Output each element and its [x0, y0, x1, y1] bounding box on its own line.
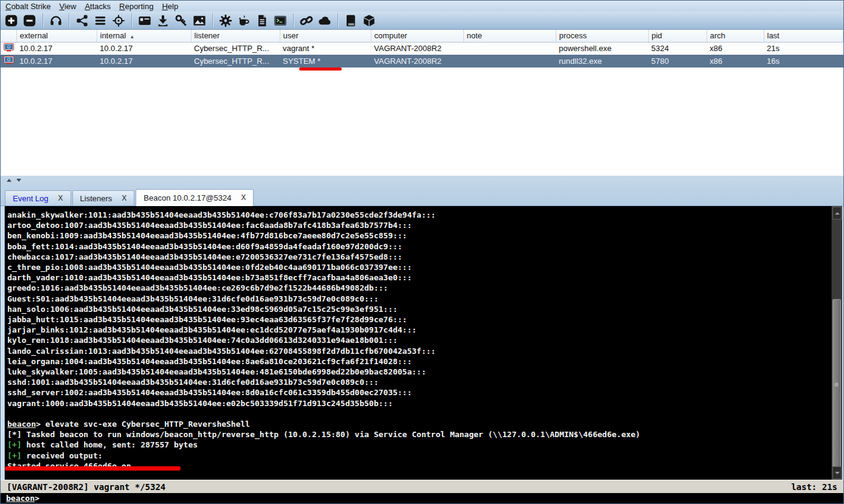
tab-close-icon[interactable]: X: [241, 193, 246, 202]
session-cell-listener: Cybersec_HTTP_R...: [191, 42, 280, 55]
console-scrollbar[interactable]: [831, 206, 842, 480]
scroll-up-button[interactable]: [832, 207, 842, 219]
menu-help[interactable]: Help: [158, 1, 183, 12]
column-header-external[interactable]: external: [16, 30, 97, 42]
script-document-icon[interactable]: [254, 13, 270, 29]
column-header-computer[interactable]: computer: [371, 30, 463, 42]
status-session-info: [VAGRANT-2008R2] vagrant */5324: [7, 482, 165, 492]
tab-close-icon[interactable]: X: [58, 194, 63, 202]
toolbar-separator: [43, 13, 43, 28]
pivot-graph-icon[interactable]: [74, 13, 90, 29]
console-output: anakin_skywalker:1011:aad3b435b51404eeaa…: [4, 206, 831, 480]
console-line: beacon> elevate svc-exe Cybersec_HTTP_Re…: [7, 419, 828, 429]
session-cell-pid: 5780: [648, 55, 707, 67]
session-cell-external: 10.0.2.17: [16, 55, 97, 67]
scrollbar-grip-icon: [834, 382, 839, 387]
scrollbar-thumb[interactable]: [832, 299, 841, 469]
console-line: boba_fett:1014:aad3b435b51404eeaad3b435b…: [7, 241, 828, 252]
tab-bar: Event Log X Listeners X Beacon 10.0.2.17…: [1, 176, 843, 206]
console-line: jarjar_binks:1012:aad3b435b51404eeaad3b4…: [7, 325, 828, 335]
scroll-down-button[interactable]: [832, 466, 842, 479]
gear-icon[interactable]: [218, 13, 233, 29]
terminal-icon[interactable]: [272, 13, 288, 29]
splitter-control[interactable]: [7, 179, 21, 182]
tab-beacon[interactable]: Beacon 10.0.2.17@5324 X: [136, 189, 254, 206]
collapse-up-icon[interactable]: [7, 179, 12, 182]
console-line: anakin_skywalker:1011:aad3b435b51404eeaa…: [7, 210, 828, 220]
menu-attacks[interactable]: Attacks: [81, 1, 116, 12]
console-line: c_three_pio:1008:aad3b435b51404eeaad3b43…: [7, 262, 828, 272]
console-line: [*] Tasked beacon to run windows/beacon_…: [7, 429, 828, 440]
menu-bars-icon[interactable]: [92, 13, 108, 29]
download-icon[interactable]: [155, 13, 171, 29]
link-chain-icon[interactable]: [299, 13, 314, 29]
cobalt-strike-window: Cobalt Strike View Attacks Reporting Hel…: [0, 0, 844, 504]
column-header-user[interactable]: user: [280, 30, 371, 42]
console-line: darth_vader:1010:aad3b435b51404eeaad3b43…: [7, 272, 828, 283]
status-last-checkin: last: 21s: [791, 482, 837, 492]
column-header-listener[interactable]: listener: [191, 30, 280, 42]
toolbar-separator: [212, 13, 213, 28]
column-header-process[interactable]: process: [556, 30, 648, 42]
menu-reporting[interactable]: Reporting: [116, 1, 158, 12]
console-line: sshd:1001:aad3b435b51404eeaad3b435b51404…: [7, 377, 828, 387]
console-line: sshd_server:1002:aad3b435b51404eeaad3b43…: [7, 387, 828, 398]
menu-view[interactable]: View: [55, 1, 81, 12]
column-header-note[interactable]: note: [463, 30, 556, 42]
screenshot-image-icon[interactable]: [192, 13, 207, 29]
annotation-underline-started-service: [5, 466, 181, 471]
console-line: [+] received output:: [7, 450, 828, 461]
column-header-internal[interactable]: internal▲: [97, 30, 191, 42]
host-icon: [1, 55, 16, 67]
tab-listeners[interactable]: Listeners X: [72, 190, 135, 205]
tab-close-icon[interactable]: X: [122, 194, 126, 202]
column-header-arch[interactable]: arch: [707, 30, 764, 42]
tab-label: Listeners: [80, 194, 112, 203]
toolbar-separator: [337, 13, 338, 28]
sort-ascending-icon: ▲: [130, 34, 134, 40]
menu-cobalt-strike[interactable]: Cobalt Strike: [2, 1, 55, 12]
console-line: han_solo:1006:aad3b435b51404eeaad3b435b5…: [7, 304, 828, 314]
menu-bar: Cobalt Strike View Attacks Reporting Hel…: [1, 1, 843, 12]
scroll-down-icon: [835, 472, 840, 474]
console-line: Guest:501:aad3b435b51404eeaad3b435b51404…: [7, 294, 828, 304]
command-input[interactable]: [40, 493, 843, 503]
session-cell-note: [463, 55, 556, 67]
collapse-down-icon[interactable]: [16, 179, 21, 182]
session-row[interactable]: 10.0.2.1710.0.2.17Cybersec_HTTP_R...vagr…: [1, 42, 843, 55]
key-icon[interactable]: [173, 13, 189, 29]
column-header-last[interactable]: last: [764, 30, 843, 42]
console-line: luke_skywalker:1005:aad3b435b51404eeaad3…: [7, 367, 828, 377]
coffee-cup-icon[interactable]: [236, 13, 252, 29]
tab-event-log[interactable]: Event Log X: [5, 190, 71, 205]
sessions-table: externalinternal▲listenerusercomputernot…: [1, 30, 843, 67]
toolbar-separator: [293, 13, 294, 28]
plus-square-icon[interactable]: [4, 13, 19, 29]
book-icon[interactable]: [343, 13, 359, 29]
sessions-panel: externalinternal▲listenerusercomputernot…: [1, 30, 843, 176]
command-input-line[interactable]: beacon>: [1, 493, 843, 503]
session-cell-listener: Cybersec_HTTP_R...: [191, 55, 280, 67]
session-cell-arch: x86: [707, 55, 764, 67]
session-cell-arch: x86: [707, 42, 764, 55]
console-line: chewbacca:1017:aad3b435b51404eeaad3b435b…: [7, 252, 828, 262]
cloud-icon[interactable]: [317, 13, 333, 29]
tab-label: Event Log: [13, 194, 49, 203]
status-bar: [VAGRANT-2008R2] vagrant */5324 last: 21…: [1, 480, 843, 493]
session-cell-note: [463, 42, 556, 55]
session-cell-user: vagrant *: [280, 42, 371, 55]
session-cell-process: powershell.exe: [556, 42, 648, 55]
headphones-icon[interactable]: [48, 13, 64, 29]
toolbar-separator: [69, 13, 69, 28]
target-crosshair-icon[interactable]: [111, 13, 126, 29]
session-cell-computer: VAGRANT-2008R2: [371, 42, 463, 55]
minus-square-icon[interactable]: [22, 13, 38, 29]
prompt-suffix: >: [35, 494, 40, 503]
console-line: lando_calrissian:1013:aad3b435b51404eeaa…: [7, 346, 828, 356]
id-card-icon[interactable]: [137, 13, 153, 29]
annotation-underline-system-user: [299, 67, 342, 71]
session-row[interactable]: 10.0.2.1710.0.2.17Cybersec_HTTP_R...SYST…: [1, 55, 843, 67]
column-header-pid[interactable]: pid: [648, 30, 707, 42]
session-cell-external: 10.0.2.17: [16, 42, 97, 55]
cube-icon[interactable]: [361, 13, 377, 29]
